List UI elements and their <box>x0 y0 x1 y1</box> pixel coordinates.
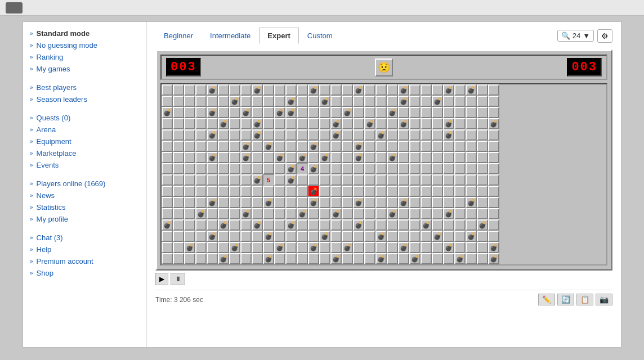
cell[interactable] <box>421 152 432 163</box>
cell[interactable] <box>342 219 353 231</box>
cell[interactable]: 💣 <box>342 242 353 253</box>
cell[interactable] <box>330 242 342 253</box>
cell[interactable] <box>218 208 229 219</box>
cell[interactable] <box>409 152 421 163</box>
cell[interactable] <box>173 197 184 208</box>
cell[interactable] <box>488 84 499 96</box>
cell[interactable] <box>375 118 387 129</box>
cell[interactable] <box>173 141 184 152</box>
sidebar-item-chat[interactable]: »Chat (3) <box>23 232 146 244</box>
cell[interactable] <box>162 231 173 242</box>
cell[interactable] <box>274 163 285 174</box>
cell[interactable]: 4 <box>297 163 308 174</box>
cell[interactable]: 💣 <box>466 197 477 208</box>
cell[interactable]: 💣 <box>207 231 218 242</box>
cell[interactable] <box>319 242 330 253</box>
cell[interactable] <box>319 141 330 152</box>
cell[interactable] <box>421 84 432 96</box>
cell[interactable] <box>184 186 195 197</box>
cell[interactable] <box>162 174 173 186</box>
cell[interactable] <box>173 107 184 118</box>
cell[interactable]: 💣 <box>263 253 274 264</box>
cell[interactable] <box>308 253 319 264</box>
cell[interactable] <box>252 163 263 174</box>
cell[interactable] <box>432 163 443 174</box>
cell[interactable] <box>319 186 330 197</box>
cell[interactable]: 💣 <box>488 242 499 253</box>
cell[interactable] <box>297 118 308 129</box>
cell[interactable] <box>285 253 297 264</box>
cell[interactable] <box>375 186 387 197</box>
cell[interactable]: 💣 <box>330 253 342 264</box>
cell[interactable] <box>330 84 342 96</box>
cell[interactable] <box>454 197 466 208</box>
cell[interactable] <box>162 84 173 96</box>
cell[interactable] <box>364 107 375 118</box>
cell[interactable]: 💣 <box>285 107 297 118</box>
cell[interactable] <box>184 107 195 118</box>
cell[interactable] <box>398 219 409 231</box>
cell[interactable]: 💣 <box>319 96 330 107</box>
cell[interactable] <box>375 96 387 107</box>
cell[interactable] <box>432 141 443 152</box>
cell[interactable]: 💣 <box>240 152 252 163</box>
cell[interactable] <box>173 129 184 141</box>
cell[interactable] <box>263 96 274 107</box>
cell[interactable] <box>330 186 342 197</box>
cell[interactable] <box>195 129 207 141</box>
cell[interactable]: 💣 <box>263 141 274 152</box>
cell[interactable]: 💣 <box>353 84 364 96</box>
cell[interactable] <box>375 152 387 163</box>
cell[interactable] <box>319 107 330 118</box>
cell[interactable] <box>184 231 195 242</box>
cell[interactable] <box>207 174 218 186</box>
cell[interactable] <box>319 174 330 186</box>
cell[interactable] <box>477 186 488 197</box>
smiley-button[interactable]: 😟 <box>375 58 393 76</box>
cell[interactable] <box>297 231 308 242</box>
cell[interactable] <box>409 197 421 208</box>
cell[interactable] <box>297 107 308 118</box>
cell[interactable] <box>162 163 173 174</box>
cell[interactable] <box>466 96 477 107</box>
cell[interactable] <box>218 174 229 186</box>
cell[interactable] <box>375 219 387 231</box>
cell[interactable] <box>488 231 499 242</box>
cell[interactable] <box>353 253 364 264</box>
cell[interactable] <box>162 186 173 197</box>
cell[interactable] <box>432 208 443 219</box>
cell[interactable] <box>218 197 229 208</box>
cell[interactable] <box>297 174 308 186</box>
cell[interactable] <box>308 231 319 242</box>
cell[interactable] <box>184 129 195 141</box>
cell[interactable] <box>229 208 240 219</box>
cell[interactable]: 💣 <box>162 219 173 231</box>
cell[interactable]: 💣 <box>252 219 263 231</box>
cell[interactable] <box>218 84 229 96</box>
cell[interactable]: 💣 <box>375 253 387 264</box>
cell[interactable] <box>229 163 240 174</box>
tab-beginner[interactable]: Beginner <box>155 28 202 44</box>
cell[interactable]: 💣 <box>353 141 364 152</box>
cell[interactable] <box>184 84 195 96</box>
cell[interactable]: 💣 <box>342 107 353 118</box>
sidebar-item-my-games[interactable]: »My games <box>23 63 146 75</box>
edit-icon-button[interactable]: ✏️ <box>538 294 555 305</box>
cell[interactable] <box>454 163 466 174</box>
cell[interactable]: 💣 <box>229 96 240 107</box>
cell[interactable]: 💣 <box>207 84 218 96</box>
cell[interactable] <box>488 174 499 186</box>
cell[interactable] <box>443 96 454 107</box>
sidebar-item-news[interactable]: »News <box>23 190 146 201</box>
cell[interactable] <box>319 84 330 96</box>
cell[interactable]: 💣 <box>398 96 409 107</box>
cell[interactable] <box>218 96 229 107</box>
cell[interactable] <box>162 129 173 141</box>
cell[interactable]: 💣 <box>319 152 330 163</box>
cell[interactable] <box>375 107 387 118</box>
cell[interactable] <box>398 253 409 264</box>
cell[interactable] <box>364 242 375 253</box>
cell[interactable] <box>421 231 432 242</box>
cell[interactable] <box>274 186 285 197</box>
cell[interactable] <box>466 253 477 264</box>
